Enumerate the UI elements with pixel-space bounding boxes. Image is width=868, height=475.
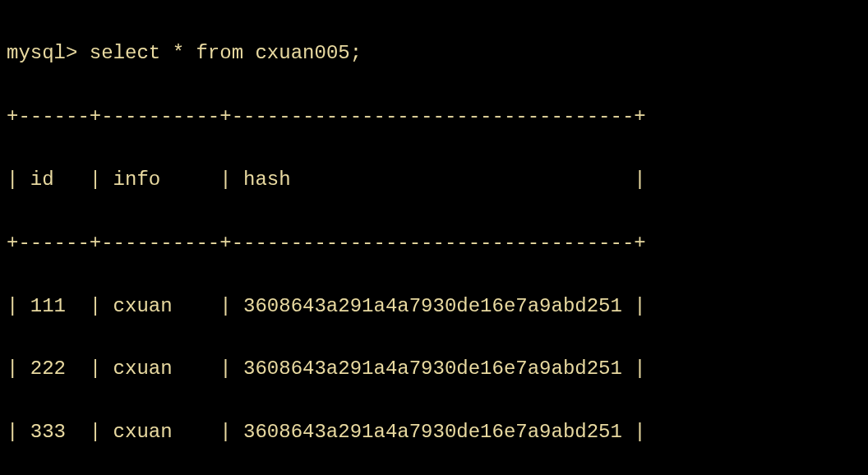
mysql-prompt: mysql>: [7, 42, 90, 64]
table-row: | 333 | cxuan | 3608643a291a4a7930de16e7…: [7, 417, 861, 448]
table-header: | id | info | hash |: [7, 164, 861, 196]
mysql-terminal[interactable]: mysql> select * from cxuan005; +------+-…: [7, 7, 861, 475]
table-row: | 222 | cxuan | 3608643a291a4a7930de16e7…: [7, 353, 861, 385]
command-line: mysql> select * from cxuan005;: [7, 38, 861, 69]
sql-query: select * from cxuan005;: [90, 42, 362, 64]
table-border-top: +------+----------+---------------------…: [7, 101, 861, 132]
table-row: | 111 | cxuan | 3608643a291a4a7930de16e7…: [7, 291, 861, 322]
table-border-mid: +------+----------+---------------------…: [7, 228, 861, 259]
